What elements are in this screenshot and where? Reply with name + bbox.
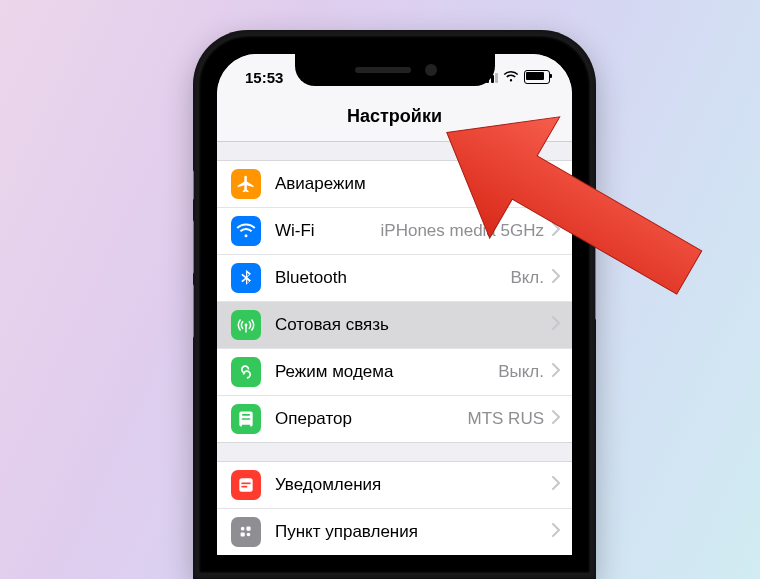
notifications-icon (231, 470, 261, 500)
chevron-right-icon (552, 476, 560, 494)
page-title: Настройки (217, 100, 572, 142)
row-label: Режим модема (275, 362, 393, 382)
chevron-right-icon (552, 523, 560, 541)
settings-group: УведомленияПункт управленияНе беспокоить (217, 461, 572, 555)
chevron-right-icon (552, 363, 560, 381)
control-center-icon (231, 517, 261, 547)
row-label: Уведомления (275, 475, 381, 495)
settings-row-controlcenter[interactable]: Пункт управления (217, 509, 572, 555)
settings-row-bluetooth[interactable]: BluetoothВкл. (217, 255, 572, 302)
screen: 15:53 Настройки АвиарежимWi-FiiPHones me… (217, 54, 572, 555)
battery-icon (524, 70, 550, 84)
chevron-right-icon (552, 269, 560, 287)
hotspot-icon (231, 357, 261, 387)
bluetooth-icon (231, 263, 261, 293)
row-value: iPHones media 5GHz (381, 221, 544, 241)
chevron-right-icon (552, 222, 560, 240)
notch (295, 54, 495, 86)
settings-row-notifications[interactable]: Уведомления (217, 462, 572, 509)
settings-group: АвиарежимWi-FiiPHones media 5GHzBluetoot… (217, 160, 572, 443)
row-label: Пункт управления (275, 522, 418, 542)
row-value: MTS RUS (468, 409, 545, 429)
settings-row-wifi[interactable]: Wi-FiiPHones media 5GHz (217, 208, 572, 255)
row-label: Авиарежим (275, 174, 366, 194)
chevron-right-icon (552, 316, 560, 334)
chevron-right-icon (552, 410, 560, 428)
row-label: Сотовая связь (275, 315, 389, 335)
row-value: Вкл. (510, 268, 544, 288)
phone-frame: 15:53 Настройки АвиарежимWi-FiiPHones me… (193, 30, 596, 579)
settings-row-hotspot[interactable]: Режим модемаВыкл. (217, 349, 572, 396)
status-time: 15:53 (245, 69, 283, 86)
airplane-icon (231, 169, 261, 199)
cellular-icon (231, 310, 261, 340)
row-value: Выкл. (498, 362, 544, 382)
carrier-icon (231, 404, 261, 434)
row-label: Wi-Fi (275, 221, 315, 241)
row-label: Bluetooth (275, 268, 347, 288)
settings-row-airplane[interactable]: Авиарежим (217, 161, 572, 208)
row-label: Оператор (275, 409, 352, 429)
wifi-icon (231, 216, 261, 246)
toggle-airplane[interactable] (508, 168, 560, 200)
wifi-status-icon (503, 71, 519, 83)
settings-row-cellular[interactable]: Сотовая связь (217, 302, 572, 349)
settings-row-carrier[interactable]: ОператорMTS RUS (217, 396, 572, 442)
